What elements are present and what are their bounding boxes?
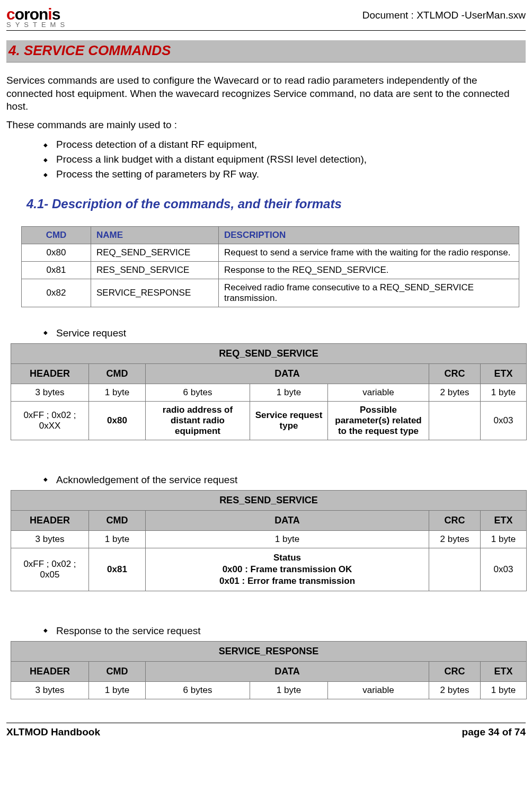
- col-desc: DESCRIPTION: [219, 226, 519, 244]
- page-footer: XLTMOD Handbook page 34 of 74: [6, 723, 526, 738]
- intro-paragraph-1: Services commands are used to configure …: [6, 74, 526, 113]
- col-header: CRC: [429, 363, 481, 384]
- list-item: Process a link budget with a distant equ…: [43, 152, 526, 167]
- cell: 3 bytes: [11, 530, 89, 548]
- subsection-heading-4-1: 4.1- Description of the commands, and th…: [26, 197, 526, 211]
- status-title: Status: [150, 553, 424, 563]
- cell: Service request type: [250, 401, 328, 440]
- col-header: ETX: [481, 510, 527, 530]
- table-row: 0x80 REQ_SEND_SERVICE Request to send a …: [22, 244, 519, 261]
- frame-title: REQ_SEND_SERVICE: [11, 343, 527, 363]
- sub-label-text: Acknowledgement of the service request: [56, 474, 237, 486]
- command-table: CMD NAME DESCRIPTION 0x80 REQ_SEND_SERVI…: [21, 226, 519, 307]
- col-name: NAME: [91, 226, 219, 244]
- logo: coronis SYSTEMS: [6, 6, 69, 28]
- logo-main: coronis: [6, 6, 69, 22]
- col-header: HEADER: [11, 661, 89, 681]
- cell: 1 byte: [481, 384, 527, 401]
- cell-name: REQ_SEND_SERVICE: [91, 244, 219, 261]
- cell: 1 byte: [89, 681, 146, 699]
- cell-name: SERVICE_RESPONSE: [91, 279, 219, 307]
- status-line: 0x00 : Frame transmission OK: [150, 564, 424, 575]
- cell: 0xFF ; 0x02 ; 0x05: [11, 548, 89, 591]
- col-header: DATA: [146, 363, 429, 384]
- cell: 0x03: [481, 401, 527, 440]
- res-send-service-table: RES_SEND_SERVICE HEADER CMD DATA CRC ETX…: [11, 490, 527, 591]
- col-cmd: CMD: [22, 226, 91, 244]
- cell-desc: Response to the REQ_SEND_SERVICE.: [219, 261, 519, 279]
- sub-label-text: Response to the service request: [56, 625, 201, 637]
- document-line: Document : XTLMOD -UserMan.sxw: [362, 10, 526, 21]
- intro-list: Process detection of a distant RF equipm…: [6, 137, 526, 182]
- cell: 0x80: [89, 401, 146, 440]
- cell: 2 bytes: [429, 384, 481, 401]
- cell: 1 byte: [146, 530, 429, 548]
- page-header: coronis SYSTEMS Document : XTLMOD -UserM…: [6, 6, 526, 31]
- req-send-service-table: REQ_SEND_SERVICE HEADER CMD DATA CRC ETX…: [11, 343, 527, 440]
- col-header: CMD: [89, 661, 146, 681]
- sub-label-ack: Acknowledgement of the service request: [43, 469, 526, 490]
- cell: 1 byte: [250, 384, 328, 401]
- cell: 2 bytes: [429, 681, 481, 699]
- cell: 2 bytes: [429, 530, 481, 548]
- cell-desc: Request to send a service frame with the…: [219, 244, 519, 261]
- section-heading-4: 4. SERVICE COMMANDS: [6, 40, 526, 63]
- cell: 0x03: [481, 548, 527, 591]
- intro-paragraph-2: These commands are mainly used to :: [6, 119, 526, 132]
- cell: radio address of distant radio equipment: [146, 401, 250, 440]
- cell-empty: [429, 548, 481, 591]
- cell: 1 byte: [89, 384, 146, 401]
- cell: 1 byte: [250, 681, 328, 699]
- table-row: 0x81 RES_SEND_SERVICE Response to the RE…: [22, 261, 519, 279]
- col-header: CRC: [429, 510, 481, 530]
- cell-cmd: 0x82: [22, 279, 91, 307]
- cell: 3 bytes: [11, 681, 89, 699]
- col-header: DATA: [146, 661, 429, 681]
- col-header: HEADER: [11, 510, 89, 530]
- col-header: HEADER: [11, 363, 89, 384]
- list-item: Process the setting of parameters by RF …: [43, 167, 526, 182]
- col-header: CMD: [89, 363, 146, 384]
- footer-right: page 34 of 74: [462, 726, 526, 738]
- cell: 1 byte: [481, 530, 527, 548]
- col-header: ETX: [481, 363, 527, 384]
- footer-left: XLTMOD Handbook: [6, 726, 100, 738]
- sub-label-text: Service request: [56, 327, 126, 339]
- cell: [429, 401, 481, 440]
- frame-title: RES_SEND_SERVICE: [11, 490, 527, 510]
- cell: Possible parameter(s) related to the req…: [328, 401, 429, 440]
- logo-sub: SYSTEMS: [6, 21, 69, 28]
- cell: 3 bytes: [11, 384, 89, 401]
- cell-desc: Received radio frame consecutive to a RE…: [219, 279, 519, 307]
- service-response-table: SERVICE_RESPONSE HEADER CMD DATA CRC ETX…: [11, 641, 527, 699]
- frame-title: SERVICE_RESPONSE: [11, 641, 527, 661]
- cell-cmd: 0x81: [22, 261, 91, 279]
- cell: 0x81: [89, 548, 146, 591]
- table-header-row: CMD NAME DESCRIPTION: [22, 226, 519, 244]
- col-header: ETX: [481, 661, 527, 681]
- sub-label-service-request: Service request: [43, 322, 526, 343]
- sub-label-response: Response to the service request: [43, 620, 526, 641]
- cell-status: Status 0x00 : Frame transmission OK 0x01…: [146, 548, 429, 591]
- cell: 6 bytes: [146, 384, 250, 401]
- cell: 0xFF ; 0x02 ; 0xXX: [11, 401, 89, 440]
- cell: 1 byte: [89, 530, 146, 548]
- col-header: CRC: [429, 661, 481, 681]
- cell: 6 bytes: [146, 681, 250, 699]
- cell: 1 byte: [481, 681, 527, 699]
- col-header: CMD: [89, 510, 146, 530]
- list-item: Process detection of a distant RF equipm…: [43, 137, 526, 152]
- cell-name: RES_SEND_SERVICE: [91, 261, 219, 279]
- cell-cmd: 0x80: [22, 244, 91, 261]
- table-row: 0x82 SERVICE_RESPONSE Received radio fra…: [22, 279, 519, 307]
- status-line: 0x01 : Error frame transmission: [150, 576, 424, 586]
- col-header: DATA: [146, 510, 429, 530]
- cell: variable: [328, 681, 429, 699]
- cell: variable: [328, 384, 429, 401]
